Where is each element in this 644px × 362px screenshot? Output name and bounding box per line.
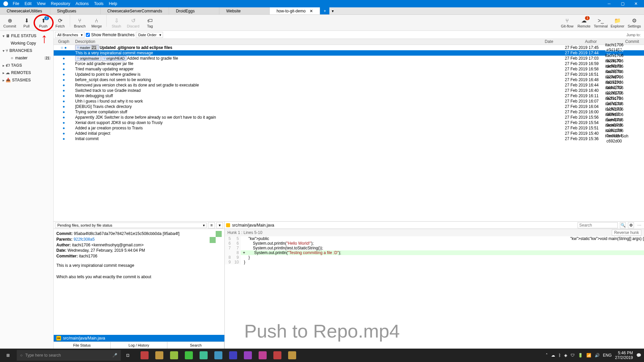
taskbar-app-firefox[interactable] <box>182 349 196 362</box>
commit-row[interactable]: ●Uhh i guess i found out why it no work2… <box>54 99 644 104</box>
branches-filter[interactable]: All Branches <box>55 32 85 38</box>
commit-row[interactable]: ●before_script does not seem to be worki… <box>54 77 644 82</box>
tray-security-icon[interactable]: 🛡 <box>571 353 575 358</box>
tray-onedrive-icon[interactable]: ☁ <box>551 353 555 358</box>
sidebar-branches[interactable]: ▾⑂BRANCHES <box>0 47 53 54</box>
close-button[interactable]: ✕ <box>629 1 643 6</box>
menu-file[interactable]: File <box>10 1 22 6</box>
sidebar-tags[interactable]: ▸🏷TAGS <box>0 62 53 69</box>
tray-dropbox-icon[interactable]: ◈ <box>564 353 567 358</box>
push-button[interactable]: ⬆Push2 <box>35 15 52 31</box>
commit-row[interactable]: ●Tried manually updating wrapper27 Feb 2… <box>54 66 644 72</box>
settings-button[interactable]: ⚙Settings <box>626 15 643 31</box>
pull-button[interactable]: ⬇Pull <box>18 15 35 31</box>
sidebar-remotes[interactable]: ▸☁REMOTES <box>0 69 53 76</box>
commit-row[interactable]: ●Updated to point to where gradlew is27 … <box>54 72 644 77</box>
commit-row[interactable]: ●More debugging stuff27 Feb 2019 16:11it… <box>54 93 644 99</box>
commit-row[interactable]: ●Apparently JDK Switcher is done before … <box>54 115 644 120</box>
taskbar-app-files[interactable] <box>167 349 181 362</box>
tray-wifi-icon[interactable]: 📶 <box>586 353 591 358</box>
pending-files-dropdown[interactable]: Pending files, sorted by file status <box>55 223 207 228</box>
menu-help[interactable]: Help <box>106 1 120 6</box>
tray-battery-icon[interactable]: 🔋 <box>578 353 583 358</box>
date-order-dropdown[interactable]: Date Order <box>136 32 163 38</box>
menu-actions[interactable]: Actions <box>73 1 91 6</box>
branch-button[interactable]: ⑂Branch <box>71 15 88 31</box>
bottom-tab-file-status[interactable]: File Status <box>54 342 111 349</box>
commit-row[interactable]: ●[DEBUG] Travis check directory27 Feb 20… <box>54 104 644 109</box>
tray-volume-icon[interactable]: 🔊 <box>595 353 600 358</box>
commit-row[interactable]: ●Added a jar creation process to Travis2… <box>54 125 644 131</box>
file-icon <box>226 223 230 227</box>
taskbar-app-mc[interactable] <box>226 349 240 362</box>
taskbar-search[interactable]: ○Type here to search🎤 <box>17 350 121 361</box>
tab-cheesecakeutilities[interactable]: CheesecakeUtilities <box>0 7 50 14</box>
hunk-label: Hunk 1 : Lines 5-10 <box>227 230 262 235</box>
tray-chevron-icon[interactable]: ˄ <box>546 353 548 358</box>
changed-file-row[interactable]: ••• src/main/java/Main.java <box>54 335 224 342</box>
reverse-hunk-button[interactable]: Reverse hunk <box>612 230 641 236</box>
taskbar-app-store[interactable] <box>152 349 166 362</box>
commit-row[interactable]: ●Switched track to use Gradle instead27 … <box>54 88 644 93</box>
show-remote-checkbox[interactable]: Show Remote Branches <box>86 33 135 37</box>
start-button[interactable]: ⊞ <box>0 349 16 362</box>
task-view-icon[interactable]: ⊡ <box>121 349 135 362</box>
commit-info: Commit: 95aba4fd8c3a67da70e78427e81e15c5… <box>54 229 224 261</box>
commit-row[interactable]: ●⑂origin/master⑂origin/HEADAdded manifes… <box>54 56 644 61</box>
tab-list-dropdown[interactable]: ▾ <box>329 7 336 14</box>
sidebar-working-copy[interactable]: Working Copy <box>0 40 53 47</box>
tab-add-button[interactable]: + <box>320 7 329 14</box>
taskbar-app-maps[interactable] <box>256 349 270 362</box>
sidebar-stashes[interactable]: ▸📥STASHES <box>0 76 53 84</box>
terminal-button[interactable]: >_Terminal <box>592 15 609 31</box>
diff-more-icon[interactable]: ⋯ <box>636 223 643 228</box>
diff-file-path: src/main/java/Main.java <box>232 223 274 228</box>
tab-website[interactable]: Website <box>219 7 270 14</box>
tab-droideggs[interactable]: DroidEggs <box>169 7 219 14</box>
tag-button[interactable]: 🏷Tag <box>142 15 158 31</box>
taskbar-clock[interactable]: 5:46 PM 27/2/2019 <box>615 351 633 360</box>
commit-row[interactable]: ●Trying some compilation stuff27 Feb 201… <box>54 109 644 115</box>
menu-tools[interactable]: Tools <box>92 1 106 6</box>
tray-language[interactable]: ENG <box>603 353 612 358</box>
taskbar-app-notion[interactable] <box>211 349 225 362</box>
taskbar-app-twitch[interactable] <box>241 349 255 362</box>
notifications-icon[interactable]: 💬 <box>636 353 641 358</box>
commit-row[interactable]: ●Force add gradle-wrapper jar file27 Feb… <box>54 61 644 66</box>
search-icon[interactable]: 🔍 <box>620 222 626 228</box>
bottom-tab-log-history[interactable]: Log / History <box>111 342 168 349</box>
commit-row[interactable]: ●Removed java version check as its done … <box>54 82 644 88</box>
diff-search-input[interactable] <box>578 222 618 228</box>
commit-row[interactable]: ●Initial commit27 Feb 2019 15:36Kenneth … <box>54 136 644 141</box>
view-mode-button[interactable]: ≡ <box>208 222 215 228</box>
fetch-button[interactable]: ⟳Fetch <box>52 15 68 31</box>
merge-button[interactable]: ⑃Merge <box>88 15 105 31</box>
commit-row[interactable]: ●Xenial dont support JDK8 so drop down t… <box>54 120 644 125</box>
commit-row[interactable]: ○ ●⑂master21Updated .gitignore to add ec… <box>54 45 644 50</box>
taskbar-app-chrome[interactable] <box>197 349 211 362</box>
tab-how-to-git-demo[interactable]: how-to-git-demo✕ <box>270 7 320 14</box>
git-flow-button[interactable]: ⑂Git-flow <box>559 15 576 31</box>
minimize-button[interactable]: ─ <box>602 1 616 6</box>
view-mode-dropdown[interactable]: ▾ <box>216 222 223 228</box>
maximize-button[interactable]: ▢ <box>616 1 629 6</box>
taskbar-app-srctree[interactable] <box>285 349 299 362</box>
remote-button[interactable]: ☁Remote1 <box>576 15 592 31</box>
tab-singbuses[interactable]: SingBuses <box>50 7 101 14</box>
commit-row[interactable]: ●Added initial project27 Feb 2019 15:40i… <box>54 131 644 136</box>
menu-repository[interactable]: Repository <box>48 1 73 6</box>
explorer-button[interactable]: 📁Explorer <box>609 15 626 31</box>
diff-settings-icon[interactable]: ⚙ <box>628 222 634 228</box>
tab-close-icon[interactable]: ✕ <box>307 9 313 13</box>
commit-button[interactable]: ⊕Commit <box>1 15 18 31</box>
taskbar-app-edge[interactable] <box>138 349 152 362</box>
menu-edit[interactable]: Edit <box>22 1 34 6</box>
tray-bluetooth-icon[interactable]: ᛒ <box>558 353 561 358</box>
menu-view[interactable]: View <box>34 1 48 6</box>
tab-cheesecakeservercommands[interactable]: CheesecakeServerCommands <box>101 7 169 14</box>
sidebar-branch-master[interactable]: ○master21 <box>0 54 53 62</box>
sidebar-file-status[interactable]: ▾🖥FILE STATUS <box>0 32 53 40</box>
commit-row[interactable]: ●This is a very inspirational commit mes… <box>54 50 644 56</box>
taskbar-app-proj[interactable] <box>270 349 284 362</box>
bottom-tab-search[interactable]: Search <box>167 342 224 349</box>
